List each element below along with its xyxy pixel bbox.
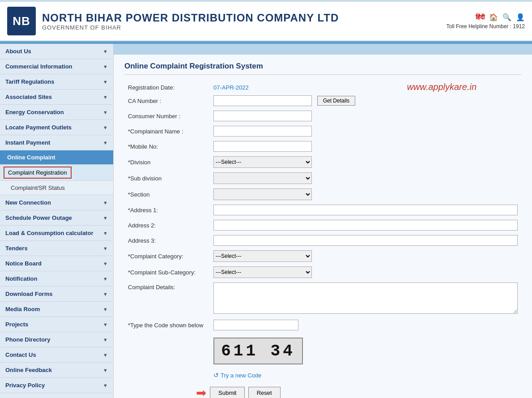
complaint-category-label: *Complaint Category: [124, 248, 210, 264]
address1-label: *Address 1: [124, 202, 210, 218]
sidebar-item-employee-login[interactable]: Employee Login ▼ [0, 393, 113, 398]
address2-input[interactable] [213, 220, 518, 231]
complaint-subcategory-label: *Complaint Sub-Category: [124, 264, 210, 280]
complaint-subcategory-select[interactable]: ---Select--- [213, 266, 312, 278]
sidebar-item-locate-payment-outlets[interactable]: Locate Payment Outlets ▼ [0, 120, 113, 135]
address2-label: Address 2: [124, 218, 210, 233]
chevron-down-icon: ▼ [103, 322, 108, 327]
sidebar-item-instant-payment[interactable]: Instant Payment ▼ [0, 135, 113, 150]
breadcrumb [119, 47, 120, 52]
sidebar-item-schedule-power-outage[interactable]: Schedule Power Outage ▼ [0, 210, 113, 226]
subdivision-label: *Sub division [124, 170, 210, 186]
code-label: *Type the Code shown below [124, 317, 210, 333]
company-name: NORTH BIHAR POWER DISTRIBUTION COMPANY L… [42, 12, 339, 24]
reg-date-value: 07-APR-2022 [213, 84, 249, 91]
sidebar-item-tenders[interactable]: Tenders ▼ [0, 241, 113, 256]
ca-number-label: CA Number : [124, 93, 210, 108]
captcha-image: 611 34 [213, 338, 303, 364]
company-subtitle: GOVERNMENT OF BIHAR [42, 24, 339, 31]
sidebar-item-about-us[interactable]: About Us ▼ [0, 44, 113, 59]
division-label: *Division [124, 154, 210, 170]
sidebar-item-media-room[interactable]: Media Room ▼ [0, 302, 113, 317]
sidebar-item-privacy-policy[interactable]: Privacy Policy ▼ [0, 378, 113, 393]
sidebar-item-load-consumption[interactable]: Load & Consumption calculator ▼ [0, 226, 113, 241]
sidebar-item-online-feedback[interactable]: Online Feedback ▼ [0, 363, 113, 378]
chevron-down-icon: ▼ [103, 261, 108, 266]
ca-number-input[interactable] [213, 95, 312, 106]
page-title: Online Complaint Registration System [124, 62, 521, 75]
main-content: Online Complaint Registration System Reg… [114, 44, 532, 398]
section-label: *Section [124, 186, 210, 202]
get-details-button[interactable]: Get Details [317, 96, 355, 106]
hindi-link[interactable]: हिंदी [476, 13, 485, 21]
consumer-number-input[interactable] [213, 111, 312, 121]
chevron-down-icon: ▼ [103, 110, 108, 115]
chevron-down-icon: ▼ [103, 215, 108, 221]
complaint-category-select[interactable]: ---Select--- [213, 250, 312, 262]
address3-input[interactable] [213, 235, 518, 246]
sidebar-item-new-connection[interactable]: New Connection ▼ [0, 195, 113, 210]
submit-row: ➡ Submit Reset [196, 385, 521, 398]
sidebar-item-projects[interactable]: Projects ▼ [0, 317, 113, 332]
reset-button[interactable]: Reset [248, 387, 281, 398]
sidebar-item-download-forms[interactable]: Download Forms ▼ [0, 287, 113, 302]
address3-label: Address 3: [124, 233, 210, 248]
consumer-number-label: Consumer Number : [124, 108, 210, 124]
sidebar-item-complaint-sr-status[interactable]: Complaint/SR Status [0, 181, 113, 195]
search-icon[interactable]: 🔍 [502, 13, 511, 21]
reg-date-label: Registration Date: [124, 82, 210, 93]
chevron-down-icon: ▼ [103, 94, 108, 100]
home-icon[interactable]: 🏠 [489, 13, 498, 21]
sidebar-item-complaint-registration[interactable]: Complaint Registration [4, 167, 72, 179]
chevron-down-icon: ▼ [103, 291, 108, 297]
sidebar-item-phone-directory[interactable]: Phone Directory ▼ [0, 332, 113, 347]
sidebar: About Us ▼ Commercial Information ▼ Tari… [0, 44, 114, 398]
watermark: www.applykare.in [407, 82, 477, 92]
chevron-down-icon: ▼ [103, 125, 108, 130]
sidebar-item-commercial-information[interactable]: Commercial Information ▼ [0, 59, 113, 74]
chevron-down-icon: ▼ [103, 368, 108, 373]
sidebar-item-notice-board[interactable]: Notice Board ▼ [0, 256, 113, 271]
mobile-no-input[interactable] [213, 141, 312, 152]
address1-input[interactable] [213, 205, 518, 215]
sidebar-item-associated-sites[interactable]: Associated Sites ▼ [0, 90, 113, 105]
chevron-down-icon: ▼ [103, 231, 108, 236]
complaint-details-textarea[interactable] [213, 282, 518, 314]
chevron-down-icon: ▼ [103, 140, 108, 146]
subdivision-select[interactable] [213, 172, 312, 184]
chevron-down-icon: ▼ [103, 49, 108, 54]
chevron-down-icon: ▼ [103, 246, 108, 251]
chevron-down-icon: ▼ [103, 64, 108, 69]
complaint-details-label: Complaint Details: [124, 280, 210, 317]
submit-button[interactable]: Submit [210, 387, 245, 398]
toll-free: Toll Free Helpline Number : 1912 [447, 23, 525, 30]
header-right: हिंदी 🏠 🔍 👤 Toll Free Helpline Number : … [447, 13, 525, 30]
complaint-form: Registration Date: 07-APR-2022 www.apply… [124, 82, 521, 381]
chevron-down-icon: ▼ [103, 337, 108, 342]
refresh-icon: ↺ [213, 372, 219, 379]
complainant-name-input[interactable] [213, 126, 312, 137]
sidebar-item-contact-us[interactable]: Contact Us ▼ [0, 347, 113, 363]
chevron-down-icon: ▼ [103, 79, 108, 85]
sidebar-item-notification[interactable]: Notification ▼ [0, 271, 113, 287]
chevron-down-icon: ▼ [103, 200, 108, 205]
division-select[interactable]: ---Select--- [213, 156, 312, 168]
chevron-down-icon: ▼ [103, 352, 108, 358]
chevron-down-icon: ▼ [103, 383, 108, 388]
complainant-name-label: *Complainant Name : [124, 124, 210, 139]
chevron-down-icon: ▼ [103, 276, 108, 282]
header-title: NORTH BIHAR POWER DISTRIBUTION COMPANY L… [42, 12, 339, 31]
sidebar-item-energy-conservation[interactable]: Energy Conservation ▼ [0, 105, 113, 120]
section-select[interactable] [213, 188, 312, 200]
logo: NB [7, 7, 36, 35]
captcha-input[interactable] [213, 320, 298, 330]
mobile-no-label: *Mobile No: [124, 139, 210, 154]
header: NB NORTH BIHAR POWER DISTRIBUTION COMPAN… [0, 2, 532, 41]
try-new-code-link[interactable]: ↺ Try a new Code [213, 372, 518, 379]
arrow-icon: ➡ [196, 385, 206, 398]
person-icon[interactable]: 👤 [516, 13, 525, 21]
chevron-down-icon: ▼ [103, 307, 108, 312]
sidebar-item-tariff-regulations[interactable]: Tariff Regulations ▼ [0, 74, 113, 90]
sidebar-item-online-complaint[interactable]: Online Complaint [0, 150, 113, 165]
